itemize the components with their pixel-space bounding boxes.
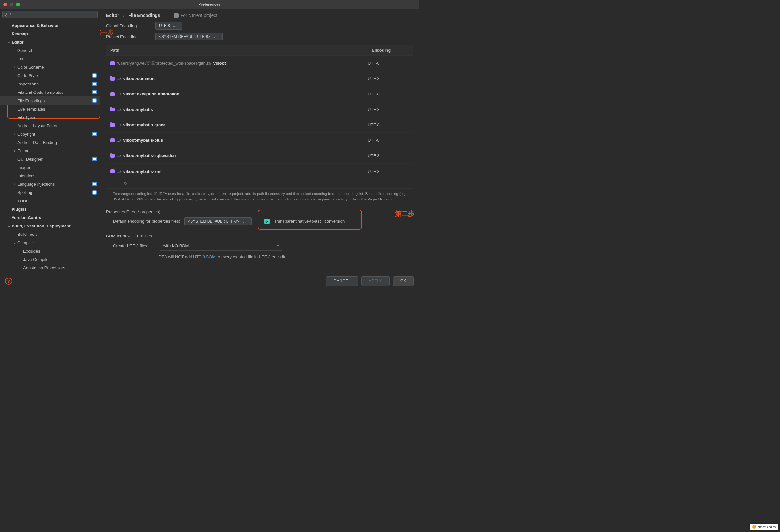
row-encoding[interactable]: UTF-8 bbox=[368, 92, 413, 96]
col-header-path[interactable]: Path bbox=[106, 45, 368, 55]
tree-item-label: Font bbox=[17, 56, 97, 61]
tree-item-code-style[interactable]: ›Code Style bbox=[0, 71, 100, 80]
breadcrumb-sep: › bbox=[123, 13, 124, 18]
tree-item-file-encodings[interactable]: File Encodings bbox=[0, 96, 100, 105]
tree-item-label: Code Style bbox=[17, 73, 90, 78]
row-encoding[interactable]: UTF-8 bbox=[368, 61, 413, 65]
table-row[interactable]: .../viboot-mybatis-sqlsessionUTF-8 bbox=[106, 148, 413, 163]
bom-dropdown[interactable]: with NO BOM bbox=[160, 242, 282, 251]
tree-item-label: File and Code Templates bbox=[17, 90, 90, 95]
tree-item-label: File Types bbox=[17, 115, 97, 120]
tree-item-plugins[interactable]: Plugins bbox=[0, 205, 100, 213]
global-encoding-label: Global Encoding: bbox=[106, 23, 148, 28]
edit-row-icon[interactable]: ✎ bbox=[124, 181, 128, 186]
cancel-button[interactable]: CANCEL bbox=[326, 276, 358, 286]
search-input[interactable] bbox=[2, 11, 98, 18]
tree-item-label: Build Tools bbox=[17, 232, 97, 237]
dialog-footer: ? CANCEL APPLY OK bbox=[0, 273, 419, 289]
tree-item-appearance-behavior[interactable]: ›Appearance & Behavior bbox=[0, 21, 100, 30]
tree-item-label: Images bbox=[17, 165, 97, 170]
tree-item-label: Intentions bbox=[17, 174, 97, 178]
path-prefix: .../ bbox=[116, 153, 121, 158]
folder-icon bbox=[110, 77, 115, 81]
tree-item-keymap[interactable]: Keymap bbox=[0, 30, 100, 38]
table-row[interactable]: /Users/yangwei/资源/protected_workspaces/g… bbox=[106, 56, 413, 71]
breadcrumb-editor: Editor bbox=[106, 13, 119, 18]
row-encoding[interactable]: UTF-8 bbox=[368, 153, 413, 158]
project-scope-icon bbox=[92, 190, 97, 195]
project-encoding-dropdown[interactable]: <SYSTEM DEFAULT: UTF-8> bbox=[155, 33, 223, 41]
path-name: viboot-exception-annotation bbox=[123, 92, 179, 96]
row-encoding[interactable]: UTF-8 bbox=[368, 107, 413, 112]
folder-icon bbox=[110, 92, 115, 96]
ok-button[interactable]: OK bbox=[393, 276, 414, 286]
tree-item-inspections[interactable]: Inspections bbox=[0, 80, 100, 88]
chevron-icon: ⌄ bbox=[12, 241, 17, 244]
tree-item-android-data-binding[interactable]: Android Data Binding bbox=[0, 138, 100, 146]
tree-item-images[interactable]: Images bbox=[0, 163, 100, 172]
tree-item-emmet[interactable]: ›Emmet bbox=[0, 146, 100, 155]
tree-item-build-tools[interactable]: ›Build Tools bbox=[0, 230, 100, 238]
tree-item-java-compiler[interactable]: Java Compiler bbox=[0, 255, 100, 263]
table-row[interactable]: .../viboot-mybatisUTF-8 bbox=[106, 102, 413, 117]
tree-item-editor[interactable]: ⌄Editor bbox=[0, 38, 100, 46]
help-icon[interactable]: ? bbox=[5, 278, 12, 285]
path-prefix: .../ bbox=[116, 169, 121, 174]
global-encoding-dropdown[interactable]: UTF-8 bbox=[155, 22, 183, 30]
chevron-icon: › bbox=[12, 149, 17, 153]
tree-item-label: TODO bbox=[17, 199, 97, 203]
tree-item-gui-designer[interactable]: GUI Designer bbox=[0, 155, 100, 163]
window-minimize-button[interactable] bbox=[10, 3, 13, 6]
tree-item-general[interactable]: ›General bbox=[0, 46, 100, 55]
sidebar: Q ▾ ›Appearance & BehaviorKeymap⌄Editor›… bbox=[0, 9, 100, 273]
table-row[interactable]: .../viboot-exception-annotationUTF-8 bbox=[106, 86, 413, 102]
table-row[interactable]: .../viboot-mybatis-xmlUTF-8 bbox=[106, 163, 413, 179]
window-maximize-button[interactable] bbox=[16, 3, 20, 6]
tree-item-build-execution-deployment[interactable]: ⌄Build, Execution, Deployment bbox=[0, 222, 100, 230]
tree-item-intentions[interactable]: Intentions bbox=[0, 172, 100, 180]
path-prefix: .../ bbox=[116, 123, 121, 127]
tree-item-label: GUI Designer bbox=[17, 157, 90, 161]
tree-item-file-types[interactable]: File Types bbox=[0, 113, 100, 122]
tree-item-font[interactable]: Font bbox=[0, 55, 100, 63]
row-encoding[interactable]: UTF-8 bbox=[368, 123, 413, 127]
tree-item-copyright[interactable]: ›Copyright bbox=[0, 130, 100, 138]
chevron-icon: › bbox=[12, 49, 17, 52]
tree-item-label: Annotation Processors bbox=[23, 265, 97, 270]
tree-item-label: Keymap bbox=[11, 32, 97, 36]
svg-rect-7 bbox=[93, 191, 96, 194]
tree-item-spelling[interactable]: Spelling bbox=[0, 188, 100, 197]
window-close-button[interactable] bbox=[3, 3, 7, 6]
transparent-checkbox[interactable] bbox=[264, 219, 270, 224]
tree-item-live-templates[interactable]: Live Templates bbox=[0, 105, 100, 113]
add-row-icon[interactable]: + bbox=[109, 181, 112, 186]
remove-row-icon[interactable]: − bbox=[116, 181, 119, 186]
row-encoding[interactable]: UTF-8 bbox=[368, 138, 413, 143]
props-encoding-dropdown[interactable]: <SYSTEM DEFAULT: UTF-8> bbox=[184, 217, 251, 225]
path-name: viboot-mybatis-sqlsession bbox=[123, 153, 176, 158]
row-encoding[interactable]: UTF-8 bbox=[368, 169, 413, 174]
table-row[interactable]: .../viboot-mybatis-graceUTF-8 bbox=[106, 117, 413, 133]
table-row[interactable]: .../viboot-mybatis-plusUTF-8 bbox=[106, 133, 413, 148]
tree-item-compiler[interactable]: ⌄Compiler bbox=[0, 238, 100, 247]
search-dropdown-icon[interactable]: ▾ bbox=[10, 12, 11, 15]
tree-item-label: Appearance & Behavior bbox=[11, 23, 97, 28]
tree-item-color-scheme[interactable]: ›Color Scheme bbox=[0, 63, 100, 71]
tree-item-todo[interactable]: TODO bbox=[0, 197, 100, 205]
tree-item-android-layout-editor[interactable]: Android Layout Editor bbox=[0, 122, 100, 130]
tree-item-version-control[interactable]: ›Version Control bbox=[0, 213, 100, 222]
col-header-encoding[interactable]: Encoding bbox=[368, 45, 413, 55]
tree-item-file-and-code-templates[interactable]: File and Code Templates bbox=[0, 88, 100, 96]
tree-item-label: Android Data Binding bbox=[17, 140, 97, 145]
project-scope-icon bbox=[92, 82, 97, 86]
row-encoding[interactable]: UTF-8 bbox=[368, 76, 413, 81]
tree-item-annotation-processors[interactable]: Annotation Processors bbox=[0, 263, 100, 272]
transparent-label: Transparent native-to-ascii conversion bbox=[274, 219, 345, 224]
folder-icon bbox=[110, 154, 115, 158]
apply-button[interactable]: APPLY bbox=[361, 276, 390, 286]
tree-item-label: Color Scheme bbox=[17, 65, 97, 70]
table-row[interactable]: .../viboot-commonUTF-8 bbox=[106, 71, 413, 86]
tree-item-language-injections[interactable]: ›Language Injections bbox=[0, 180, 100, 188]
tree-item-excludes[interactable]: Excludes bbox=[0, 247, 100, 255]
bom-note: IDEA will NOT add UTF-8 BOM to every cre… bbox=[106, 251, 413, 259]
